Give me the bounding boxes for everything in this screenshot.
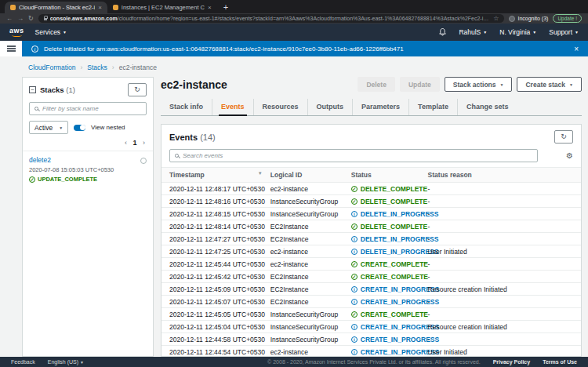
event-status: i CREATE_IN_PROGRESS xyxy=(351,298,428,306)
delete-button[interactable]: Delete xyxy=(358,77,395,92)
create-stack-button[interactable]: Create stack▼ xyxy=(517,77,582,92)
event-status: i CREATE_IN_PROGRESS xyxy=(351,323,428,331)
stack-status-filter-select[interactable]: Active ▼ xyxy=(29,121,68,134)
event-logical-id: EC2Instance xyxy=(270,273,351,281)
current-page[interactable]: 1 xyxy=(132,139,136,147)
events-search-input[interactable]: Search events xyxy=(169,149,538,162)
tab-parameters[interactable]: Parameters xyxy=(352,99,408,115)
column-header-timestamp[interactable]: Timestamp▼ xyxy=(169,171,270,179)
breadcrumb-cloudformation[interactable]: CloudFormation xyxy=(28,64,75,71)
event-timestamp: 2020-12-11 12:45:07 UTC+0530 xyxy=(169,298,270,306)
notifications-bell-icon[interactable] xyxy=(439,28,446,36)
privacy-policy-link[interactable]: Privacy Policy xyxy=(493,359,530,365)
event-row[interactable]: 2020-12-11 12:45:42 UTC+0530 EC2Instance… xyxy=(162,271,581,283)
account-name: RahulS xyxy=(459,28,481,36)
event-row[interactable]: 2020-12-11 12:48:17 UTC+0530 ec2-instanc… xyxy=(162,183,581,195)
incognito-badge: Incognito (3) xyxy=(509,16,548,22)
reload-icon[interactable]: ↻ xyxy=(28,16,34,22)
events-table-body: 2020-12-11 12:48:17 UTC+0530 ec2-instanc… xyxy=(162,183,581,357)
breadcrumb-stacks[interactable]: Stacks xyxy=(87,64,107,71)
column-header-status-reason[interactable]: Status reason xyxy=(428,171,573,179)
tab-title: Instances | EC2 Management C xyxy=(122,4,205,11)
feedback-link[interactable]: Feedback xyxy=(11,359,35,365)
breadcrumb-current: ec2-instance xyxy=(119,64,157,71)
content-area: CloudFormation › Stacks › ec2-instance −… xyxy=(0,56,588,357)
update-button[interactable]: Update xyxy=(400,77,440,92)
support-label: Support xyxy=(549,28,572,36)
terms-of-use-link[interactable]: Terms of Use xyxy=(543,359,577,365)
address-bar[interactable]: console.aws.amazon.com/cloudformation/ho… xyxy=(38,14,505,23)
event-row[interactable]: 2020-12-11 12:45:07 UTC+0530 EC2Instance… xyxy=(162,296,581,308)
stack-actions-button[interactable]: Stack actions▼ xyxy=(445,77,513,92)
stack-filter-input[interactable]: Filter by stack name xyxy=(29,102,147,115)
event-timestamp: 2020-12-11 12:48:17 UTC+0530 xyxy=(169,185,270,193)
view-nested-toggle[interactable] xyxy=(74,125,85,131)
event-row[interactable]: 2020-12-11 12:45:04 UTC+0530 InstanceSec… xyxy=(162,321,581,333)
event-timestamp: 2020-12-11 12:45:42 UTC+0530 xyxy=(169,273,270,281)
back-icon[interactable]: ← xyxy=(6,16,13,22)
stacks-refresh-button[interactable]: ↻ xyxy=(128,83,147,96)
event-row[interactable]: 2020-12-11 12:48:14 UTC+0530 EC2Instance… xyxy=(162,220,581,233)
services-label: Services xyxy=(35,28,61,36)
url-domain: console.aws.amazon.com xyxy=(50,16,118,21)
event-row[interactable]: 2020-12-11 12:45:44 UTC+0530 ec2-instanc… xyxy=(162,258,581,271)
event-row[interactable]: 2020-12-11 12:47:25 UTC+0530 ec2-instanc… xyxy=(162,245,581,258)
close-tab-icon[interactable]: × xyxy=(208,5,212,11)
stack-radio-button[interactable] xyxy=(140,158,147,164)
close-tab-icon[interactable]: × xyxy=(98,5,102,11)
event-status: i CREATE_IN_PROGRESS xyxy=(351,285,428,293)
event-row[interactable]: 2020-12-11 12:47:27 UTC+0530 EC2Instance… xyxy=(162,233,581,245)
status-success-icon: ✓ xyxy=(351,274,358,280)
aws-logo[interactable]: aws xyxy=(9,27,24,37)
forward-icon[interactable]: → xyxy=(17,16,24,22)
stack-list-item[interactable]: delete2 2020-07-08 15:05:03 UTC+0530 ✓ U… xyxy=(23,151,153,187)
next-page-icon[interactable]: › xyxy=(143,139,145,147)
tab-stack-info[interactable]: Stack info xyxy=(161,99,212,115)
stack-name-link[interactable]: delete2 xyxy=(29,156,147,164)
banner-close-icon[interactable]: × xyxy=(574,45,579,53)
stack-detail-main: ec2-instance DeleteUpdateStack actions▼C… xyxy=(161,77,582,357)
new-tab-icon[interactable]: + xyxy=(223,2,228,12)
event-row[interactable]: 2020-12-11 12:48:16 UTC+0530 InstanceSec… xyxy=(162,195,581,208)
chevron-down-icon: ▼ xyxy=(59,125,63,130)
table-settings-gear-icon[interactable]: ⚙ xyxy=(566,149,573,162)
support-menu[interactable]: Support ▼ xyxy=(549,28,579,36)
column-header-status[interactable]: Status xyxy=(351,171,428,179)
event-row[interactable]: 2020-12-11 12:44:58 UTC+0530 InstanceSec… xyxy=(162,333,581,346)
hamburger-menu-icon[interactable] xyxy=(7,45,16,53)
tab-outputs[interactable]: Outputs xyxy=(307,99,353,115)
status-success-icon: ✓ xyxy=(351,261,358,267)
browser-tab-strip: CloudFormation - Stack ec2-i × Instances… xyxy=(0,0,588,13)
tab-events[interactable]: Events xyxy=(212,99,253,115)
event-logical-id: EC2Instance xyxy=(270,235,351,243)
browser-tab-ec2[interactable]: Instances | EC2 Management C × xyxy=(107,2,217,13)
page-title: ec2-instance xyxy=(161,78,227,91)
account-menu[interactable]: RahulS ▼ xyxy=(459,28,487,36)
info-icon: i xyxy=(31,45,38,53)
prev-page-icon[interactable]: ‹ xyxy=(125,139,127,147)
tab-change-sets[interactable]: Change sets xyxy=(457,99,517,115)
status-success-icon: ✓ xyxy=(351,311,358,318)
collapse-panel-icon[interactable]: − xyxy=(29,86,36,93)
column-header-logical-id[interactable]: Logical ID xyxy=(270,171,351,179)
bookmark-star-icon[interactable]: ☆ xyxy=(493,15,499,22)
aws-favicon xyxy=(10,5,16,10)
stack-status: ✓ UPDATE_COMPLETE xyxy=(29,176,147,183)
tab-resources[interactable]: Resources xyxy=(253,99,307,115)
event-row[interactable]: 2020-12-11 12:45:09 UTC+0530 EC2Instance… xyxy=(162,283,581,296)
tab-template[interactable]: Template xyxy=(408,99,457,115)
chrome-update-button[interactable]: Update ! xyxy=(553,14,582,23)
event-row[interactable]: 2020-12-11 12:44:54 UTC+0530 ec2-instanc… xyxy=(162,346,581,357)
event-status: ✓ DELETE_COMPLETE xyxy=(351,185,428,193)
event-row[interactable]: 2020-12-11 12:48:15 UTC+0530 InstanceSec… xyxy=(162,208,581,220)
region-menu[interactable]: N. Virginia ▼ xyxy=(499,28,536,36)
stacks-count: (1) xyxy=(66,85,75,94)
events-refresh-button[interactable]: ↻ xyxy=(554,130,573,144)
language-select[interactable]: English (US) ▼ xyxy=(48,359,84,365)
sort-desc-icon: ▼ xyxy=(258,171,263,179)
browser-tab-cloudformation[interactable]: CloudFormation - Stack ec2-i × xyxy=(5,2,107,13)
aws-top-navbar: aws Services ▼ RahulS ▼ N. Virginia ▼ Su… xyxy=(0,24,588,41)
aws-swoosh-icon xyxy=(12,34,22,37)
services-menu[interactable]: Services ▼ xyxy=(35,28,67,36)
event-row[interactable]: 2020-12-11 12:45:05 UTC+0530 InstanceSec… xyxy=(162,308,581,321)
